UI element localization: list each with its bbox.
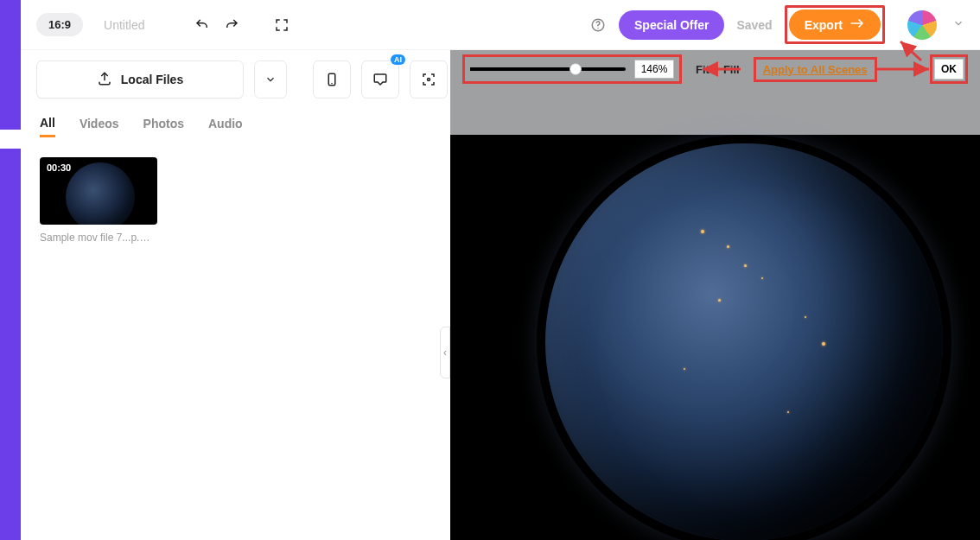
preview-panel: ‹ 146% Fit Fill Apply to All Scenes OK (450, 50, 980, 540)
tab-audio[interactable]: Audio (208, 117, 243, 136)
chevron-down-icon[interactable] (952, 17, 964, 33)
saved-status: Saved (736, 18, 772, 32)
preview-toolbar: 146% Fit Fill Apply to All Scenes OK (450, 50, 980, 88)
svg-point-4 (428, 79, 430, 81)
collapse-handle[interactable]: ‹ (440, 327, 450, 378)
media-thumbnail: 00:30 (40, 157, 157, 225)
ai-badge: AI (391, 54, 405, 65)
redo-icon[interactable] (223, 16, 240, 34)
fill-button[interactable]: Fill (723, 63, 740, 76)
fullscreen-icon[interactable] (273, 16, 290, 34)
slider-handle[interactable] (570, 63, 582, 75)
undo-icon[interactable] (194, 16, 211, 34)
media-caption: Sample mov file 7...p.mov (40, 232, 157, 244)
aspect-ratio-chip[interactable]: 16:9 (36, 13, 83, 36)
main-area: 16:9 Untitled Special Offer Saved Export (21, 0, 980, 540)
export-button[interactable]: Export (789, 10, 881, 40)
canvas-stage[interactable] (450, 135, 980, 540)
upload-dropdown[interactable] (254, 60, 287, 98)
project-title[interactable]: Untitled (104, 18, 144, 32)
earth-graphic (545, 143, 943, 540)
svg-point-1 (597, 28, 599, 29)
rail-gap (0, 130, 21, 149)
apply-all-scenes-link[interactable]: Apply to All Scenes (754, 57, 877, 82)
svg-point-3 (331, 83, 333, 85)
fit-button[interactable]: Fit (696, 63, 710, 76)
zoom-slider[interactable] (470, 67, 626, 71)
export-label: Export (805, 18, 843, 32)
phone-upload-button[interactable] (313, 60, 351, 98)
upload-icon (97, 71, 112, 89)
tab-videos[interactable]: Videos (80, 117, 119, 136)
ok-highlight-box: OK (930, 54, 968, 84)
media-duration: 00:30 (47, 162, 71, 173)
local-files-label: Local Files (121, 73, 183, 86)
left-rail (0, 0, 21, 540)
tab-photos[interactable]: Photos (143, 117, 184, 136)
zoom-value[interactable]: 146% (634, 60, 674, 79)
canvas-grey-strip (450, 88, 980, 135)
ok-button[interactable]: OK (934, 59, 964, 79)
tab-all[interactable]: All (40, 116, 55, 137)
help-icon[interactable] (589, 16, 607, 34)
export-highlight-box: Export (785, 5, 885, 44)
slider-fill (470, 67, 573, 71)
top-toolbar: 16:9 Untitled Special Offer Saved Export (21, 0, 980, 50)
chat-button[interactable]: AI (361, 60, 399, 98)
special-offer-label: Special Offer (634, 18, 709, 32)
media-item[interactable]: 00:30 Sample mov file 7...p.mov (40, 157, 157, 244)
scan-button[interactable] (410, 60, 448, 98)
avatar[interactable] (907, 10, 937, 40)
zoom-group-highlight: 146% (462, 54, 682, 84)
earth-mini-graphic (66, 162, 135, 225)
special-offer-button[interactable]: Special Offer (619, 10, 724, 40)
arrow-right-icon (850, 17, 865, 32)
local-files-button[interactable]: Local Files (36, 60, 244, 98)
